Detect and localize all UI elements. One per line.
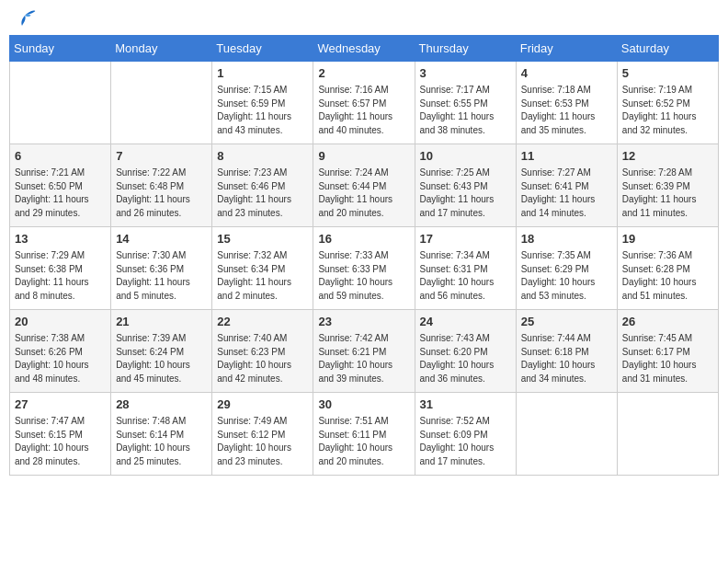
day-number: 7 <box>116 148 207 165</box>
day-of-week-header: Friday <box>516 36 617 62</box>
calendar-day-cell: 26Sunrise: 7:45 AM Sunset: 6:17 PM Dayli… <box>617 310 718 393</box>
logo-bird-icon <box>15 9 37 28</box>
day-info: Sunrise: 7:25 AM Sunset: 6:43 PM Dayligh… <box>420 167 511 220</box>
day-info: Sunrise: 7:43 AM Sunset: 6:20 PM Dayligh… <box>420 332 511 385</box>
day-number: 5 <box>622 65 713 82</box>
day-info: Sunrise: 7:35 AM Sunset: 6:29 PM Dayligh… <box>521 249 612 303</box>
day-info: Sunrise: 7:33 AM Sunset: 6:33 PM Dayligh… <box>318 249 409 303</box>
calendar-day-cell: 16Sunrise: 7:33 AM Sunset: 6:33 PM Dayli… <box>313 227 415 310</box>
calendar-week-row: 20Sunrise: 7:38 AM Sunset: 6:26 PM Dayli… <box>10 310 719 393</box>
day-info: Sunrise: 7:23 AM Sunset: 6:46 PM Dayligh… <box>217 167 308 220</box>
day-info: Sunrise: 7:52 AM Sunset: 6:09 PM Dayligh… <box>420 415 511 468</box>
calendar-day-cell: 10Sunrise: 7:25 AM Sunset: 6:43 PM Dayli… <box>415 144 516 227</box>
day-info: Sunrise: 7:19 AM Sunset: 6:52 PM Dayligh… <box>622 84 713 137</box>
calendar-day-cell: 6Sunrise: 7:21 AM Sunset: 6:50 PM Daylig… <box>10 144 111 227</box>
calendar-day-cell: 4Sunrise: 7:18 AM Sunset: 6:53 PM Daylig… <box>516 62 617 144</box>
calendar-day-cell: 27Sunrise: 7:47 AM Sunset: 6:15 PM Dayli… <box>10 393 111 476</box>
calendar-table: SundayMondayTuesdayWednesdayThursdayFrid… <box>9 35 719 476</box>
calendar-day-cell: 9Sunrise: 7:24 AM Sunset: 6:44 PM Daylig… <box>313 144 415 227</box>
calendar-day-cell: 18Sunrise: 7:35 AM Sunset: 6:29 PM Dayli… <box>516 227 617 310</box>
calendar-day-cell: 7Sunrise: 7:22 AM Sunset: 6:48 PM Daylig… <box>111 144 212 227</box>
day-number: 25 <box>521 314 612 330</box>
calendar-day-cell: 22Sunrise: 7:40 AM Sunset: 6:23 PM Dayli… <box>212 310 313 393</box>
day-info: Sunrise: 7:29 AM Sunset: 6:38 PM Dayligh… <box>15 249 106 303</box>
calendar-day-cell: 3Sunrise: 7:17 AM Sunset: 6:55 PM Daylig… <box>415 62 516 144</box>
calendar-day-cell: 29Sunrise: 7:49 AM Sunset: 6:12 PM Dayli… <box>212 393 313 476</box>
calendar-day-cell: 20Sunrise: 7:38 AM Sunset: 6:26 PM Dayli… <box>10 310 111 393</box>
day-number: 8 <box>217 148 308 165</box>
day-number: 10 <box>420 148 511 165</box>
day-of-week-header: Thursday <box>415 36 516 62</box>
day-info: Sunrise: 7:38 AM Sunset: 6:26 PM Dayligh… <box>15 332 106 385</box>
day-info: Sunrise: 7:49 AM Sunset: 6:12 PM Dayligh… <box>217 415 308 468</box>
day-number: 11 <box>521 148 612 165</box>
calendar-day-cell <box>10 62 111 144</box>
calendar-day-cell <box>111 62 212 144</box>
day-info: Sunrise: 7:32 AM Sunset: 6:34 PM Dayligh… <box>217 249 308 303</box>
day-number: 15 <box>217 231 308 247</box>
calendar-week-row: 6Sunrise: 7:21 AM Sunset: 6:50 PM Daylig… <box>10 144 719 227</box>
day-number: 23 <box>318 314 409 330</box>
day-of-week-header: Sunday <box>10 36 111 62</box>
day-number: 22 <box>217 314 308 330</box>
calendar-day-cell: 30Sunrise: 7:51 AM Sunset: 6:11 PM Dayli… <box>313 393 415 476</box>
calendar-day-cell <box>617 393 718 476</box>
day-of-week-header: Tuesday <box>212 36 313 62</box>
calendar-day-cell: 8Sunrise: 7:23 AM Sunset: 6:46 PM Daylig… <box>212 144 313 227</box>
day-info: Sunrise: 7:17 AM Sunset: 6:55 PM Dayligh… <box>420 84 511 137</box>
day-number: 16 <box>318 231 409 247</box>
day-number: 3 <box>420 65 511 82</box>
day-info: Sunrise: 7:47 AM Sunset: 6:15 PM Dayligh… <box>15 415 106 468</box>
day-info: Sunrise: 7:30 AM Sunset: 6:36 PM Dayligh… <box>116 249 207 303</box>
calendar-day-cell: 1Sunrise: 7:15 AM Sunset: 6:59 PM Daylig… <box>212 62 313 144</box>
day-number: 20 <box>15 314 106 330</box>
day-number: 12 <box>622 148 713 165</box>
calendar-week-row: 1Sunrise: 7:15 AM Sunset: 6:59 PM Daylig… <box>10 62 719 144</box>
day-number: 9 <box>318 148 409 165</box>
day-info: Sunrise: 7:44 AM Sunset: 6:18 PM Dayligh… <box>521 332 612 385</box>
day-info: Sunrise: 7:16 AM Sunset: 6:57 PM Dayligh… <box>318 84 409 137</box>
day-info: Sunrise: 7:39 AM Sunset: 6:24 PM Dayligh… <box>116 332 207 385</box>
day-number: 19 <box>622 231 713 247</box>
day-number: 26 <box>622 314 713 330</box>
day-number: 1 <box>217 65 308 82</box>
day-info: Sunrise: 7:42 AM Sunset: 6:21 PM Dayligh… <box>318 332 409 385</box>
day-of-week-header: Monday <box>111 36 212 62</box>
day-info: Sunrise: 7:21 AM Sunset: 6:50 PM Dayligh… <box>15 167 106 220</box>
day-info: Sunrise: 7:24 AM Sunset: 6:44 PM Dayligh… <box>318 167 409 220</box>
day-of-week-header: Wednesday <box>313 36 415 62</box>
calendar-week-row: 27Sunrise: 7:47 AM Sunset: 6:15 PM Dayli… <box>10 393 719 476</box>
day-number: 28 <box>116 396 207 413</box>
day-number: 21 <box>116 314 207 330</box>
calendar-day-cell: 15Sunrise: 7:32 AM Sunset: 6:34 PM Dayli… <box>212 227 313 310</box>
day-number: 4 <box>521 65 612 82</box>
day-number: 18 <box>521 231 612 247</box>
day-of-week-header: Saturday <box>617 36 718 62</box>
calendar-day-cell: 2Sunrise: 7:16 AM Sunset: 6:57 PM Daylig… <box>313 62 415 144</box>
day-number: 13 <box>15 231 106 247</box>
day-info: Sunrise: 7:27 AM Sunset: 6:41 PM Dayligh… <box>521 167 612 220</box>
day-number: 27 <box>15 396 106 413</box>
day-number: 31 <box>420 396 511 413</box>
logo <box>13 9 37 28</box>
calendar-day-cell: 23Sunrise: 7:42 AM Sunset: 6:21 PM Dayli… <box>313 310 415 393</box>
day-info: Sunrise: 7:34 AM Sunset: 6:31 PM Dayligh… <box>420 249 511 303</box>
calendar-day-cell <box>516 393 617 476</box>
calendar-day-cell: 25Sunrise: 7:44 AM Sunset: 6:18 PM Dayli… <box>516 310 617 393</box>
day-number: 14 <box>116 231 207 247</box>
calendar-day-cell: 31Sunrise: 7:52 AM Sunset: 6:09 PM Dayli… <box>415 393 516 476</box>
calendar-day-cell: 21Sunrise: 7:39 AM Sunset: 6:24 PM Dayli… <box>111 310 212 393</box>
day-info: Sunrise: 7:45 AM Sunset: 6:17 PM Dayligh… <box>622 332 713 385</box>
day-info: Sunrise: 7:36 AM Sunset: 6:28 PM Dayligh… <box>622 249 713 303</box>
calendar-week-row: 13Sunrise: 7:29 AM Sunset: 6:38 PM Dayli… <box>10 227 719 310</box>
day-info: Sunrise: 7:40 AM Sunset: 6:23 PM Dayligh… <box>217 332 308 385</box>
day-info: Sunrise: 7:48 AM Sunset: 6:14 PM Dayligh… <box>116 415 207 468</box>
calendar-day-cell: 13Sunrise: 7:29 AM Sunset: 6:38 PM Dayli… <box>10 227 111 310</box>
day-number: 24 <box>420 314 511 330</box>
day-info: Sunrise: 7:22 AM Sunset: 6:48 PM Dayligh… <box>116 167 207 220</box>
calendar-day-cell: 11Sunrise: 7:27 AM Sunset: 6:41 PM Dayli… <box>516 144 617 227</box>
day-info: Sunrise: 7:18 AM Sunset: 6:53 PM Dayligh… <box>521 84 612 137</box>
calendar-day-cell: 14Sunrise: 7:30 AM Sunset: 6:36 PM Dayli… <box>111 227 212 310</box>
calendar-day-cell: 19Sunrise: 7:36 AM Sunset: 6:28 PM Dayli… <box>617 227 718 310</box>
calendar-day-cell: 28Sunrise: 7:48 AM Sunset: 6:14 PM Dayli… <box>111 393 212 476</box>
